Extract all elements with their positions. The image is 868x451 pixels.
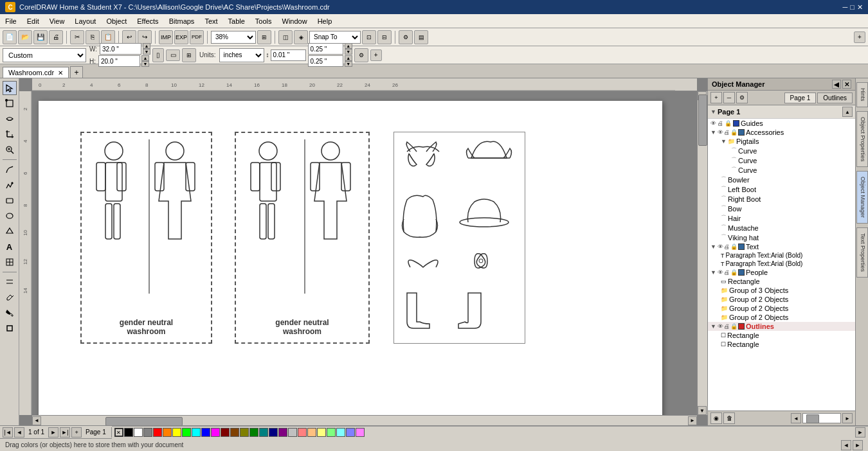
tree-para-text-1[interactable]: T Paragraph Text:Arial (Bold) (708, 251, 855, 260)
tree-scroll-up[interactable]: ▲ (842, 107, 853, 117)
om-scroll-right[interactable]: ► (842, 413, 853, 423)
page-nav-last[interactable]: ►| (60, 427, 70, 438)
acc-expand[interactable]: ▼ (710, 129, 716, 136)
snap-btn2[interactable]: ⊡ (362, 30, 376, 44)
tree-guides[interactable]: 👁 🖨 🔒 Guides (708, 119, 855, 128)
redo-btn[interactable]: ↪ (138, 30, 152, 44)
portrait-btn[interactable]: ▯ (152, 48, 164, 62)
zoom-tool[interactable] (3, 143, 17, 157)
color-blue[interactable] (201, 428, 210, 437)
sign-panel-1[interactable]: gender neutral washroom (80, 132, 212, 344)
color-cyan[interactable] (192, 428, 201, 437)
bleed-btn[interactable]: ⊞ (182, 48, 196, 62)
color-darkgreen[interactable] (249, 428, 258, 437)
tree-curve-2[interactable]: ⌒ Curve (708, 155, 855, 165)
fill-tool[interactable] (3, 306, 17, 320)
menu-effects[interactable]: Effects (132, 16, 163, 26)
menu-object[interactable]: Object (101, 16, 132, 26)
minimize-btn[interactable]: ─ (843, 3, 848, 11)
tree-right-boot[interactable]: ⌒ Right Boot (708, 194, 855, 204)
new-tab-btn[interactable]: + (70, 66, 83, 78)
color-brown[interactable] (230, 428, 239, 437)
tree-para-text-2[interactable]: T Paragraph Text:Arial (Bold) (708, 260, 855, 268)
vnudge-up[interactable]: ▲ (345, 55, 352, 61)
menu-view[interactable]: View (44, 16, 70, 26)
outlines-btn[interactable]: Outlines (817, 93, 853, 103)
smart-draw-tool[interactable] (3, 178, 17, 192)
crop-tool[interactable] (3, 127, 17, 141)
pick-tool[interactable] (3, 81, 17, 95)
shape-tool[interactable] (3, 96, 17, 111)
color-ltgreen[interactable] (327, 428, 336, 437)
smear-tool[interactable] (3, 112, 17, 126)
hscroll-right[interactable]: ► (688, 416, 697, 425)
page-nav-add[interactable]: + (71, 427, 82, 438)
obj-props-tab[interactable]: Object Properties (856, 111, 868, 168)
vscroll-down[interactable]: ▼ (698, 406, 707, 415)
menu-tools[interactable]: Tools (250, 16, 277, 26)
vscroll-thumb[interactable] (698, 94, 707, 146)
obj-manager-tab[interactable]: Object Manager (856, 171, 868, 224)
zoom-select[interactable]: 38% (211, 31, 256, 44)
color-navy[interactable] (269, 428, 278, 437)
color-magenta[interactable] (211, 428, 220, 437)
tree-group2a[interactable]: 📁 Group of 2 Objects (708, 295, 855, 304)
hscroll-left[interactable]: ◄ (32, 416, 41, 425)
import-btn[interactable]: IMP (159, 30, 173, 44)
hscroll-thumb[interactable] (105, 417, 183, 426)
tree-rect-outlines-1[interactable]: ☐ Rectangle (708, 331, 855, 340)
outlines-expand[interactable]: ▼ (710, 323, 716, 330)
text-expand[interactable]: ▼ (710, 243, 716, 250)
tree-viking-hat[interactable]: ⌒ Viking hat (708, 233, 855, 242)
height-input[interactable] (98, 55, 140, 67)
hnudge-up[interactable]: ▲ (345, 43, 352, 49)
pig-expand[interactable]: ▼ (721, 138, 727, 145)
publish-btn[interactable]: ▤ (414, 30, 428, 44)
copy-btn[interactable]: ⎘ (86, 30, 100, 44)
height-up[interactable]: ▲ (141, 55, 149, 61)
color-ltmagenta[interactable] (356, 428, 365, 437)
color-purple[interactable] (278, 428, 287, 437)
landscape-btn[interactable]: ▭ (166, 49, 180, 61)
units-select[interactable]: inches (219, 48, 264, 62)
h-nudge-input[interactable] (308, 43, 343, 55)
menu-edit[interactable]: Edit (22, 16, 44, 26)
canvas-drawing-area[interactable]: gender neutral washroom (32, 91, 697, 415)
options-btn[interactable]: ⚙ (399, 30, 413, 44)
obj-manager-close[interactable]: ✕ (842, 80, 851, 89)
tree-mustache[interactable]: ⌒ Mustache (708, 223, 855, 233)
status-scroll-left[interactable]: ◄ (841, 440, 851, 450)
print-btn[interactable]: 🖨 (49, 30, 63, 44)
page-settings-btn[interactable]: ⚙ (354, 48, 368, 62)
menu-window[interactable]: Window (277, 16, 312, 26)
color-gray[interactable] (143, 428, 152, 437)
add-page-btn[interactable]: + (854, 31, 865, 43)
hints-tab[interactable]: Hints (856, 82, 868, 107)
om-delete[interactable]: 🗑 (723, 412, 735, 424)
menu-table[interactable]: Table (223, 16, 250, 26)
tree-group2c[interactable]: 📁 Group of 2 Objects (708, 313, 855, 322)
width-input[interactable] (100, 43, 141, 55)
rectangle-tool[interactable] (3, 193, 17, 208)
tree-text-layer[interactable]: ▼ 👁 🖨 🔒 Text (708, 242, 855, 251)
cut-btn[interactable]: ✂ (70, 30, 84, 44)
width-up[interactable]: ▲ (143, 43, 150, 49)
snap-options[interactable]: ◫ (278, 30, 293, 44)
snap-toggle[interactable]: ◈ (294, 30, 308, 44)
table-tool[interactable] (3, 255, 17, 269)
freehand-tool[interactable] (3, 163, 17, 177)
tree-group2b[interactable]: 📁 Group of 2 Objects (708, 304, 855, 313)
color-ltred[interactable] (298, 428, 307, 437)
tree-accessories[interactable]: ▼ 👁 🖨 🔒 Accessories (708, 128, 855, 137)
tree-rectangle-1[interactable]: ▭ Rectangle (708, 277, 855, 286)
tree-outlines-layer[interactable]: ▼ 👁 🖨 🔒 Outlines (708, 322, 855, 331)
color-black[interactable] (124, 428, 133, 437)
tree-curve-3[interactable]: ⌒ Curve (708, 165, 855, 175)
new-layer-btn[interactable]: + (710, 92, 722, 103)
zoom-fit-btn[interactable]: ⊞ (257, 30, 271, 44)
outrect2-checkbox[interactable]: ☐ (721, 341, 726, 348)
om-hscroll-thumb[interactable] (806, 414, 819, 423)
undo-btn[interactable]: ↩ (122, 30, 136, 44)
canvas-hscrollbar[interactable]: ◄ ► (32, 415, 697, 425)
tree-curve-1[interactable]: ⌒ Curve (708, 146, 855, 155)
